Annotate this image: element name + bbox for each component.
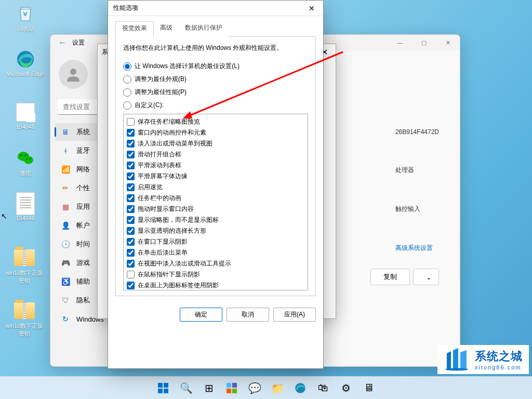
icon-label: 微信 <box>6 169 45 177</box>
nav-label: 隐私 <box>76 296 90 305</box>
check-item-2[interactable]: 淡入淡出或滑动菜单到视图 <box>127 138 304 149</box>
icon-label: win10数字正版密钥 <box>5 269 44 285</box>
task-view-button[interactable]: ⊞ <box>198 378 219 398</box>
checkbox-input[interactable] <box>127 216 135 224</box>
radio-input[interactable] <box>123 62 131 71</box>
checkbox-input[interactable] <box>127 271 135 278</box>
check-item-3[interactable]: 滑动打开组合框 <box>127 149 304 160</box>
edge-icon <box>15 49 36 70</box>
checkbox-input[interactable] <box>127 151 135 158</box>
app-button[interactable]: 🖥 <box>358 378 379 398</box>
checkbox-input[interactable] <box>127 227 135 235</box>
apply-button[interactable]: 应用(A) <box>273 308 316 322</box>
widgets-button[interactable] <box>221 378 242 398</box>
radio-input[interactable] <box>123 101 131 110</box>
checkbox-input[interactable] <box>127 260 135 268</box>
check-item-8[interactable]: 拖动时显示窗口内容 <box>127 204 304 215</box>
svg-rect-12 <box>158 389 163 393</box>
check-item-0[interactable]: 保存任务栏缩略图预览 <box>127 116 304 127</box>
start-button[interactable] <box>153 378 174 398</box>
tab-dep[interactable]: 数据执行保护 <box>179 21 229 37</box>
check-item-13[interactable]: 在视图中淡入淡出或滑动工具提示 <box>127 258 304 269</box>
expand-button[interactable]: ⌄ <box>413 269 439 285</box>
check-item-10[interactable]: 显示亚透明的选择长方形 <box>127 225 304 236</box>
close-button[interactable]: ✕ <box>436 35 460 50</box>
tab-advanced[interactable]: 高级 <box>154 21 179 37</box>
check-label: 滑动打开组合框 <box>138 150 181 159</box>
checkbox-input[interactable] <box>127 282 135 289</box>
desktop-icon-wechat[interactable]: 微信 <box>6 148 45 177</box>
check-item-1[interactable]: 窗口内的动画控件和元素 <box>127 127 304 138</box>
edge-button[interactable] <box>290 378 311 398</box>
check-label: 显示亚透明的选择长方形 <box>138 227 206 235</box>
desktop-icon-file-2[interactable]: 154646 <box>6 193 45 221</box>
watermark-icon <box>444 348 470 371</box>
check-label: 平滑滚动列表框 <box>138 161 181 170</box>
checkbox-input[interactable] <box>127 183 135 191</box>
svg-point-6 <box>30 158 31 159</box>
nav-icon: 👤 <box>61 221 70 230</box>
check-label: 在鼠标指针下显示阴影 <box>138 270 200 279</box>
desktop-icon-file-1[interactable]: ⚙ 154646 <box>6 102 45 130</box>
cancel-button[interactable]: 取消 <box>227 308 269 322</box>
svg-rect-15 <box>232 383 237 388</box>
check-label: 平滑屏幕字体边缘 <box>138 172 188 181</box>
check-item-14[interactable]: 在鼠标指针下显示阴影 <box>127 269 304 280</box>
checkbox-input[interactable] <box>127 129 135 137</box>
check-item-9[interactable]: 显示缩略图，而不是显示图标 <box>127 215 304 225</box>
ok-button[interactable]: 确定 <box>180 308 222 322</box>
watermark-title: 系统之城 <box>475 349 523 364</box>
radio-option-0[interactable]: 让 Windows 选择计算机的最佳设置(L) <box>123 62 308 71</box>
icon-label: Microsoft Edge <box>6 71 45 77</box>
checkbox-input[interactable] <box>127 162 135 169</box>
effects-checklist[interactable]: 保存任务栏缩略图预览窗口内的动画控件和元素淡入淡出或滑动菜单到视图滑动打开组合框… <box>123 114 308 290</box>
settings-taskbar-button[interactable]: ⚙ <box>336 378 356 398</box>
check-label: 启用速览 <box>138 183 163 192</box>
check-label: 在单击后淡出菜单 <box>138 248 188 257</box>
check-item-5[interactable]: 平滑屏幕字体边缘 <box>127 171 304 182</box>
desktop-icon-recycle-bin[interactable]: 回收站 <box>6 3 45 33</box>
desktop-icon-zip-2[interactable]: win10数字正版密钥 <box>5 300 44 338</box>
desktop-icon-edge[interactable]: Microsoft Edge <box>6 49 45 77</box>
checkbox-input[interactable] <box>127 118 135 126</box>
radio-input[interactable] <box>123 75 131 84</box>
check-item-15[interactable]: 在桌面上为图标标签使用阴影 <box>127 280 304 290</box>
search-button[interactable]: 🔍 <box>176 378 196 398</box>
check-item-12[interactable]: 在单击后淡出菜单 <box>127 247 304 258</box>
check-item-4[interactable]: 平滑滚动列表框 <box>127 160 304 171</box>
close-button[interactable]: ✕ <box>300 1 323 16</box>
maximize-button[interactable]: ▢ <box>412 35 436 50</box>
tab-visual-effects[interactable]: 视觉效果 <box>115 21 154 37</box>
check-label: 在桌面上为图标标签使用阴影 <box>138 281 219 290</box>
file-explorer-button[interactable]: 📁 <box>267 378 288 398</box>
check-item-11[interactable]: 在窗口下显示阴影 <box>127 236 304 247</box>
check-item-6[interactable]: 启用速览 <box>127 182 304 193</box>
radio-option-2[interactable]: 调整为最佳性能(P) <box>123 88 308 97</box>
minimize-button[interactable]: — <box>388 35 412 50</box>
radio-input[interactable] <box>123 88 131 97</box>
advanced-settings-link[interactable]: 高级系统设置 <box>395 244 439 252</box>
radio-label: 调整为最佳外观(B) <box>135 75 187 84</box>
back-button[interactable]: ← <box>55 38 70 47</box>
checkbox-input[interactable] <box>127 205 135 213</box>
checkbox-input[interactable] <box>127 238 135 246</box>
radio-option-1[interactable]: 调整为最佳外观(B) <box>123 75 308 84</box>
check-label: 拖动时显示窗口内容 <box>138 205 194 214</box>
check-item-7[interactable]: 任务栏中的动画 <box>127 193 304 204</box>
checkbox-input[interactable] <box>127 172 135 180</box>
desktop-icon-zip-1[interactable]: win10数字正版密钥 <box>5 247 44 285</box>
nav-label: 时间 <box>76 240 90 249</box>
store-button[interactable]: 🛍 <box>313 378 334 398</box>
checkbox-input[interactable] <box>127 249 135 257</box>
nav-label: 帐户 <box>76 221 90 230</box>
info-panel: 26B914F4472D 处理器 触控输入 高级系统设置 <box>395 128 439 283</box>
checkbox-input[interactable] <box>127 194 135 202</box>
checkbox-input[interactable] <box>127 140 135 148</box>
radio-option-3[interactable]: 自定义(C): <box>123 101 308 110</box>
nav-label: 应用 <box>76 202 90 211</box>
chat-button[interactable]: 💬 <box>244 378 265 398</box>
copy-button[interactable]: 复制 <box>370 269 410 285</box>
nav-icon: ♿ <box>61 277 70 286</box>
svg-point-5 <box>26 158 28 159</box>
tab-strip: 视觉效果 高级 数据执行保护 <box>115 21 316 37</box>
